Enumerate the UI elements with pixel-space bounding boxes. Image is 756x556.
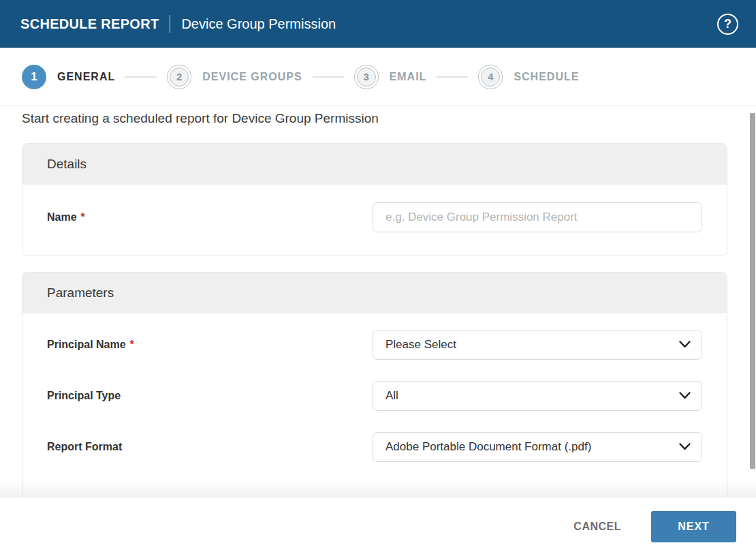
principal-type-label: Principal Type [47, 390, 121, 402]
name-input[interactable] [373, 202, 702, 232]
next-button[interactable]: NEXT [651, 511, 736, 542]
required-asterisk: * [81, 211, 85, 223]
help-glyph: ? [724, 18, 731, 30]
step-email[interactable]: 3 EMAIL [354, 65, 427, 89]
cancel-button[interactable]: CANCEL [569, 520, 625, 534]
principal-type-field-row: Principal Type All [47, 381, 702, 411]
selected-value: Adobe Portable Document Format (.pdf) [385, 440, 591, 454]
section-title: Details [47, 157, 86, 172]
page-title: SCHEDULE REPORT [20, 16, 159, 32]
details-section-body: Name* [22, 185, 727, 256]
name-field-label: Name* [47, 211, 85, 223]
selected-value: Please Select [385, 338, 456, 352]
wizard-stepper: 1 GENERAL 2 DEVICE GROUPS 3 EMAIL 4 SCHE… [0, 48, 756, 106]
parameters-section-body: Principal Name* Please Select Principal … [22, 313, 727, 481]
step-label: SCHEDULE [514, 71, 579, 83]
title-bar: SCHEDULE REPORT Device Group Permission … [0, 0, 756, 48]
principal-type-select[interactable]: All [373, 381, 702, 411]
principal-name-field-row: Principal Name* Please Select [47, 330, 702, 360]
parameters-section: Parameters Principal Name* Please Select… [22, 272, 727, 497]
step-connector [125, 76, 157, 78]
step-circle-inner: 3 [357, 67, 376, 87]
details-section: Details Name* [22, 143, 727, 256]
section-title: Parameters [47, 285, 114, 300]
details-section-header: Details [22, 144, 727, 185]
chevron-down-icon [679, 443, 691, 450]
step-number: 1 [31, 70, 37, 84]
name-field-row: Name* [47, 202, 702, 232]
step-label: GENERAL [57, 71, 115, 83]
chevron-down-icon [679, 341, 691, 348]
step-circle-inactive: 3 [354, 65, 379, 89]
help-icon[interactable]: ? [717, 14, 738, 35]
parameters-section-header: Parameters [22, 273, 727, 313]
step-circle-inner: 2 [170, 67, 189, 87]
required-asterisk: * [130, 339, 134, 350]
intro-text: Start creating a scheduled report for De… [22, 110, 727, 127]
step-circle-inner: 4 [481, 67, 500, 87]
report-format-field-row: Report Format Adobe Portable Document Fo… [47, 432, 702, 462]
selected-value: All [385, 389, 398, 403]
step-connector [437, 76, 468, 78]
step-number: 2 [176, 71, 182, 82]
report-format-select[interactable]: Adobe Portable Document Format (.pdf) [373, 432, 702, 462]
wizard-footer: CANCEL NEXT [0, 497, 756, 556]
step-connector [313, 76, 344, 78]
step-number: 3 [363, 71, 368, 82]
scrollbar-thumb[interactable] [750, 113, 755, 469]
step-schedule[interactable]: 4 SCHEDULE [478, 65, 579, 89]
report-format-label: Report Format [47, 441, 122, 453]
principal-name-label: Principal Name* [47, 339, 134, 351]
step-circle-active: 1 [22, 65, 46, 89]
step-circle-inactive: 4 [478, 65, 503, 89]
step-general[interactable]: 1 GENERAL [22, 65, 115, 89]
step-label: DEVICE GROUPS [202, 71, 302, 83]
step-label: EMAIL [390, 71, 427, 83]
step-circle-inactive: 2 [167, 65, 191, 89]
page-subtitle: Device Group Permission [181, 16, 336, 32]
step-number: 4 [488, 71, 493, 82]
step-device-groups[interactable]: 2 DEVICE GROUPS [167, 65, 302, 89]
principal-name-select[interactable]: Please Select [373, 330, 702, 360]
title-divider [170, 15, 170, 33]
chevron-down-icon [679, 392, 691, 399]
wizard-content: Start creating a scheduled report for De… [0, 107, 756, 497]
